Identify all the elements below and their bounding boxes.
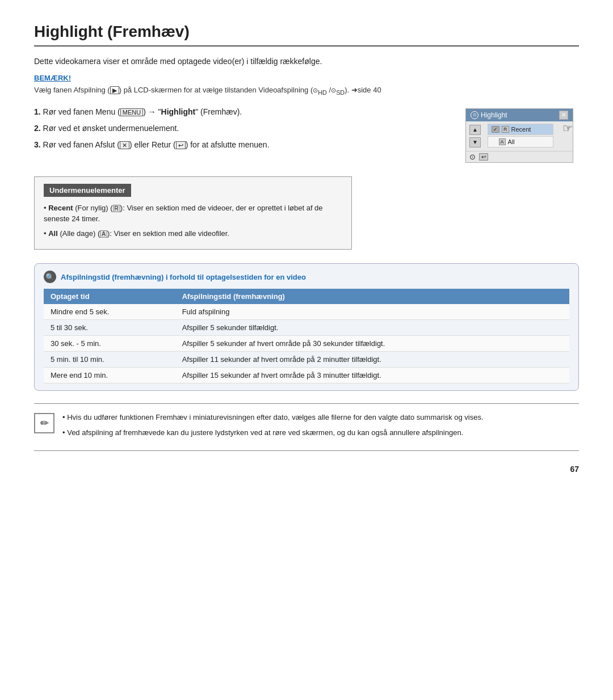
panel-close-button[interactable]: ✕ <box>559 111 568 120</box>
info-box-header: 🔍 Afspilningstid (fremhævning) i forhold… <box>44 271 569 283</box>
table-row: 30 sek. - 5 min.Afspiller 5 sekunder af … <box>44 336 569 352</box>
highlight-ui-panel: ⊙ Highlight ✕ ▲ ▼ ✓ R Recent <box>465 106 579 163</box>
table-cell-col2: Fuld afspilning <box>175 304 569 320</box>
submenu-box: Undermenuelementer • Recent (For nylig) … <box>34 176 352 250</box>
panel-item-all-label: All <box>508 138 515 145</box>
step-2: 2. Rør ved et ønsket undermenuelement. <box>34 123 448 134</box>
table-cell-col1: Mere end 10 min. <box>44 368 175 383</box>
magnifier-icon: 🔍 <box>44 271 56 283</box>
steps-section: 1. Rør ved fanen Menu (MENU) → "Highligh… <box>34 106 579 163</box>
bemerk-text: Vælg fanen Afspilning (▶) på LCD-skærmen… <box>34 86 579 96</box>
note-box: ✏ • Hvis du udfører funktionen Fremhæv i… <box>34 403 579 451</box>
note-icon: ✏ <box>34 413 54 433</box>
page-title: Highlight (Fremhæv) <box>34 23 579 47</box>
submenu-item-recent: • Recent (For nylig) (R): Viser en sekti… <box>44 203 342 225</box>
submenu-title: Undermenuelementer <box>44 184 131 197</box>
submenu-item-all: • All (Alle dage) (A): Viser en sektion … <box>44 228 342 239</box>
panel-item-all[interactable]: A All <box>488 136 553 147</box>
table-cell-col2: Afspiller 5 sekunder tilfældigt. <box>175 320 569 336</box>
panel-arrows: ▲ ▼ <box>466 121 484 151</box>
page-number: 67 <box>34 465 579 474</box>
step-2-num: 2. <box>34 124 41 133</box>
panel-footer: ⊙ ↩ <box>466 151 573 162</box>
step-1: 1. Rør ved fanen Menu (MENU) → "Highligh… <box>34 106 448 118</box>
bemerk-label: BEMÆRK! <box>34 74 579 82</box>
highlight-bold: Highlight <box>161 107 196 116</box>
table-cell-col1: 5 min. til 10 min. <box>44 352 175 368</box>
panel-items: ✓ R Recent A All <box>484 121 557 151</box>
table-row: 5 til 30 sek.Afspiller 5 sekunder tilfæl… <box>44 320 569 336</box>
col1-header: Optaget tid <box>44 289 175 304</box>
note-item-1: • Hvis du udfører funktionen Fremhæv i m… <box>62 412 579 424</box>
arrow-down-button[interactable]: ▼ <box>469 137 481 147</box>
panel-title: Highlight <box>481 111 507 119</box>
note-content: • Hvis du udfører funktionen Fremhæv i m… <box>62 412 579 442</box>
table-row: Mere end 10 min.Afspiller 15 sekunder af… <box>44 368 569 383</box>
intro-text: Dette videokamera viser et område med op… <box>34 57 579 66</box>
table-cell-col2: Afspiller 11 sekunder af hvert område på… <box>175 352 569 368</box>
panel-header: ⊙ Highlight ✕ <box>466 109 573 121</box>
panel-body: ▲ ▼ ✓ R Recent A All ☞ <box>466 121 573 151</box>
table-cell-col1: 30 sek. - 5 min. <box>44 336 175 352</box>
step-1-num: 1. <box>34 107 41 116</box>
panel-icon: ⊙ <box>471 111 478 119</box>
step-3: 3. Rør ved fanen Afslut (✕) eller Retur … <box>34 139 448 151</box>
step-3-num: 3. <box>34 140 41 149</box>
panel-item-recent-label: Recent <box>511 126 531 133</box>
table-row: Mindre end 5 sek.Fuld afspilning <box>44 304 569 320</box>
panel-back-icon[interactable]: ↩ <box>479 153 488 161</box>
table-header-row: Optaget tid Afspilningstid (fremhævning) <box>44 289 569 304</box>
table-row: 5 min. til 10 min.Afspiller 11 sekunder … <box>44 352 569 368</box>
table-cell-col1: 5 til 30 sek. <box>44 320 175 336</box>
hand-pointer-icon: ☞ <box>562 121 573 151</box>
note-item-2: • Ved afspilning af fremhævede kan du ju… <box>62 427 579 439</box>
table-cell-col1: Mindre end 5 sek. <box>44 304 175 320</box>
col2-header: Afspilningstid (fremhævning) <box>175 289 569 304</box>
arrow-up-button[interactable]: ▲ <box>469 125 481 135</box>
data-table: Optaget tid Afspilningstid (fremhævning)… <box>44 289 569 383</box>
panel-item-recent[interactable]: ✓ R Recent <box>488 124 553 135</box>
table-cell-col2: Afspiller 5 sekunder af hvert område på … <box>175 336 569 352</box>
panel-footer-icon: ⊙ <box>469 153 476 161</box>
info-box: 🔍 Afspilningstid (fremhævning) i forhold… <box>34 263 579 391</box>
steps-list: 1. Rør ved fanen Menu (MENU) → "Highligh… <box>34 106 448 163</box>
table-cell-col2: Afspiller 15 sekunder af hvert område på… <box>175 368 569 383</box>
highlight-panel: ⊙ Highlight ✕ ▲ ▼ ✓ R Recent <box>465 108 573 163</box>
info-box-title: Afspilningstid (fremhævning) i forhold t… <box>61 273 306 281</box>
